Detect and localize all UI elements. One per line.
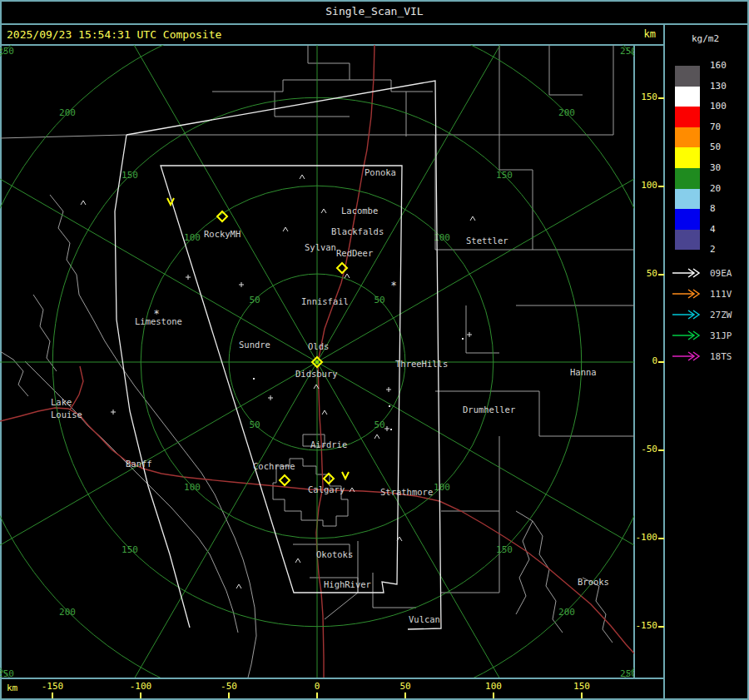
bottom-axis-tick [52, 693, 53, 698]
city-label: Lake [51, 397, 72, 407]
bottom-axis-tick [404, 693, 406, 698]
radar-map[interactable]: 5050505010010010010015015015015020020020… [0, 45, 634, 678]
color-scale-swatch [675, 209, 700, 230]
city-label: Lacombe [341, 206, 378, 216]
bottom-axis-tick [140, 693, 141, 698]
color-scale-value-label: 20 [710, 183, 721, 195]
right-axis-tick [658, 274, 664, 276]
bottom-axis-tick-label: 50 [399, 681, 410, 692]
scan-timestamp: 2025/09/23 15:54:31 UTC Composite [7, 28, 221, 41]
town-caret-marker [236, 584, 241, 588]
right-axis-tick-label: -50 [634, 444, 657, 454]
city-label: Louise [51, 410, 82, 420]
town-plus-marker [384, 426, 389, 431]
color-scale-value-label: 8 [710, 203, 716, 215]
town-plus-marker [111, 410, 116, 415]
right-axis-tick [658, 626, 664, 628]
city-label: Drumheller [463, 405, 515, 415]
ring-distance-label: 50 [374, 295, 384, 305]
town-caret-marker [300, 175, 305, 179]
radar-direction-arrow-icon [672, 289, 702, 299]
town-caret-marker [321, 209, 326, 213]
right-axis-tick [658, 449, 664, 451]
ring-distance-label: 100 [184, 232, 201, 243]
ring-distance-label: 150 [122, 170, 138, 181]
town-caret-marker [283, 227, 288, 231]
right-axis-tick-label: 150 [634, 92, 657, 102]
bottom-axis-tick-label: -50 [221, 681, 237, 692]
bottom-axis-tick [228, 693, 230, 698]
right-axis-tick-label: -100 [634, 532, 657, 543]
town-dot-marker [389, 405, 390, 407]
radar-coverage-outline [115, 81, 441, 629]
city-label: Brooks [578, 577, 609, 587]
city-label: HighRiver [324, 579, 371, 589]
radar-site-marker [280, 475, 290, 485]
radar-legend-row: 31JP [672, 330, 732, 341]
city-label: Vulcan [409, 614, 440, 624]
radar-legend-row: 111V [672, 288, 732, 300]
right-axis: 150100500-50-100-150 [634, 45, 664, 678]
city-label: Sylvan [305, 242, 336, 252]
town-caret-marker [322, 410, 327, 415]
town-plus-marker [268, 395, 273, 400]
ring-distance-label: 150 [122, 544, 138, 555]
color-scale-value-label: 2 [710, 244, 716, 256]
radar-site-marker [217, 211, 227, 221]
city-label: Sundre [239, 340, 270, 350]
city-label: Banff [126, 459, 152, 469]
ring-distance-label: 50 [249, 295, 260, 305]
color-scale-swatch [675, 87, 700, 107]
town-dot-marker [253, 378, 255, 380]
bottom-axis-tick-label: 100 [485, 681, 502, 692]
bottom-axis-tick-label: 150 [573, 681, 590, 692]
city-label: Airdrie [310, 439, 347, 449]
town-dot-marker [390, 429, 392, 430]
ring-distance-label: 100 [184, 482, 201, 493]
color-scale-unit-label: kg/m2 [692, 33, 719, 44]
color-scale-value-label: 130 [710, 81, 727, 92]
town-star-marker: * [390, 280, 396, 291]
ring-distance-label: 200 [558, 107, 575, 118]
town-caret-marker [374, 434, 379, 439]
ring-distance-label: 250 [0, 668, 14, 678]
color-scale-value-label: 30 [710, 162, 721, 174]
right-axis-tick [658, 538, 664, 539]
town-plus-marker [386, 387, 391, 392]
town-markers: ** [81, 175, 475, 588]
ring-distance-label: 100 [434, 232, 450, 243]
color-scale-swatch [675, 127, 700, 148]
ring-distance-label: 100 [434, 482, 450, 493]
ring-distance-label: 250 [620, 668, 634, 678]
city-label: Innisfail [301, 296, 349, 306]
bottom-axis-tick-label: 0 [315, 681, 320, 692]
town-plus-marker [239, 282, 244, 287]
radar-app-window: Single_Scan_VIL 2025/09/23 15:54:31 UTC … [0, 0, 749, 700]
color-scale-swatch [675, 66, 700, 87]
radar-direction-arrow-icon [672, 351, 702, 361]
city-label: Strathmore [380, 487, 433, 497]
ring-distance-label: 250 [0, 46, 14, 57]
bottom-axis-tick-label: -150 [42, 681, 64, 692]
bottom-axis-unit-label: km [7, 683, 17, 693]
right-axis-tick-label: -150 [634, 620, 657, 631]
bottom-axis-tick [581, 693, 583, 698]
ring-distance-label: 50 [249, 420, 260, 430]
color-scale-swatch [675, 147, 700, 168]
ring-distance-label: 200 [59, 607, 76, 618]
right-axis-tick [658, 186, 664, 187]
ring-distance-label: 150 [496, 170, 513, 181]
radar-id-label: 27ZW [710, 310, 732, 320]
radar-direction-arrow-icon [672, 310, 702, 320]
frame-title-separator [0, 23, 749, 25]
color-scale-value-label: 160 [710, 60, 727, 72]
right-axis-unit-label: km [583, 28, 656, 40]
town-plus-marker [186, 275, 191, 280]
right-axis-tick-label: 100 [634, 180, 657, 191]
city-label: Limestone [135, 316, 182, 326]
storm-motion-arrow [342, 472, 349, 479]
right-axis-tick [658, 361, 664, 363]
city-label: Hanna [570, 367, 597, 377]
ring-distance-label: 200 [558, 607, 575, 618]
town-plus-marker [467, 332, 472, 337]
